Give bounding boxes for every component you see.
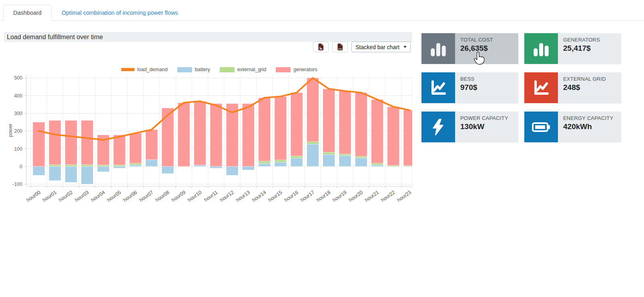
bar-segment-external_grid[interactable] xyxy=(355,156,367,158)
svg-text:300: 300 xyxy=(14,111,22,116)
bar-segment-external_grid[interactable] xyxy=(371,163,383,165)
bar-segment-battery[interactable] xyxy=(259,163,271,167)
svg-text:400: 400 xyxy=(14,93,22,99)
bar-segment-battery[interactable] xyxy=(97,166,109,171)
bar-segment-battery[interactable] xyxy=(291,158,303,167)
bar-segment-generators[interactable] xyxy=(49,120,61,165)
bar-segment-battery[interactable] xyxy=(242,166,254,170)
export-image-button[interactable] xyxy=(313,42,329,52)
legend-item-load_demand[interactable]: load_demand xyxy=(121,67,168,72)
bar-segment-external_grid[interactable] xyxy=(65,165,77,166)
svg-text:hour08: hour08 xyxy=(154,189,171,203)
bar-segment-generators[interactable] xyxy=(323,89,335,152)
stat-cards: TOTAL COST 26,635$ GENERATORS 25,417$ BE… xyxy=(421,33,621,142)
bar-segment-external_grid[interactable] xyxy=(130,163,142,165)
bar-segment-generators[interactable] xyxy=(242,104,254,166)
legend-item-external_grid[interactable]: external_grid xyxy=(220,67,266,72)
legend-label: load_demand xyxy=(137,67,168,72)
bar-segment-external_grid[interactable] xyxy=(339,154,351,155)
legend-swatch-generators xyxy=(276,67,291,72)
bar-segment-battery[interactable] xyxy=(113,166,125,168)
svg-text:csv: csv xyxy=(339,48,342,50)
card-generators[interactable]: GENERATORS 25,417$ xyxy=(524,33,621,64)
bar-segment-generators[interactable] xyxy=(355,93,367,156)
bar-segment-battery[interactable] xyxy=(371,165,383,167)
bar-segment-external_grid[interactable] xyxy=(291,156,303,158)
bar-segment-battery[interactable] xyxy=(194,165,206,167)
bar-segment-generators[interactable] xyxy=(162,108,174,166)
bar-segment-battery[interactable] xyxy=(49,166,61,180)
bar-segment-external_grid[interactable] xyxy=(323,152,335,155)
svg-text:hour02: hour02 xyxy=(58,189,74,203)
bar-segment-generators[interactable] xyxy=(403,110,412,165)
legend-label: external_grid xyxy=(237,67,266,72)
bar-segment-battery[interactable] xyxy=(65,166,77,182)
card-external-grid[interactable]: EXTERNAL GRID 248$ xyxy=(524,72,621,103)
bar-segment-battery[interactable] xyxy=(33,166,45,175)
legend-swatch-external_grid xyxy=(220,67,235,72)
bar-segment-generators[interactable] xyxy=(387,107,399,165)
svg-text:hour23: hour23 xyxy=(396,189,412,203)
bar-segment-external_grid[interactable] xyxy=(259,161,271,163)
bars-generators[interactable] xyxy=(33,78,412,167)
x-axis-labels: hour00hour01hour02hour03hour04hour05hour… xyxy=(26,189,412,203)
svg-text:hour10: hour10 xyxy=(187,189,203,203)
bar-segment-battery[interactable] xyxy=(307,144,319,167)
bar-segment-generators[interactable] xyxy=(33,122,45,167)
bar-segment-generators[interactable] xyxy=(339,91,351,154)
legend-item-generators[interactable]: generators xyxy=(276,67,317,72)
card-total-cost[interactable]: TOTAL COST 26,635$ xyxy=(421,33,518,64)
bar-segment-generators[interactable] xyxy=(130,133,142,163)
svg-text:hour13: hour13 xyxy=(235,189,251,203)
bar-segment-battery[interactable] xyxy=(226,166,238,175)
card-value: 420kWh xyxy=(563,122,621,131)
bar-segment-battery[interactable] xyxy=(323,155,335,167)
svg-text:hour20: hour20 xyxy=(348,189,364,203)
svg-text:hour19: hour19 xyxy=(332,189,348,203)
bar-segment-generators[interactable] xyxy=(194,101,206,165)
bar-segment-generators[interactable] xyxy=(291,93,303,156)
bar-segment-battery[interactable] xyxy=(81,166,93,184)
card-label: GENERATORS xyxy=(563,37,621,43)
bar-segment-external_grid[interactable] xyxy=(275,160,287,162)
bar-segment-generators[interactable] xyxy=(259,98,271,161)
tab-optimal-combination[interactable]: Optimal combination of incoming power fl… xyxy=(52,5,188,21)
bar-segment-battery[interactable] xyxy=(130,165,142,167)
bar-segment-generators[interactable] xyxy=(113,135,125,165)
svg-text:hour14: hour14 xyxy=(251,189,267,203)
bar-segment-generators[interactable] xyxy=(371,100,383,163)
card-label: EXTERNAL GRID xyxy=(563,76,621,82)
chart-type-selected-value: Stacked bar chart xyxy=(355,44,399,50)
svg-text:hour15: hour15 xyxy=(267,189,283,203)
export-csv-button[interactable]: csv xyxy=(332,42,348,52)
bar-segment-generators[interactable] xyxy=(65,120,77,165)
card-power-capacity[interactable]: POWER CAPACITY 130kW xyxy=(421,112,518,142)
legend-item-battery[interactable]: battery xyxy=(177,67,210,72)
bar-segment-external_grid[interactable] xyxy=(307,142,319,144)
bar-segment-external_grid[interactable] xyxy=(81,165,93,166)
card-value: 130kW xyxy=(460,122,518,131)
card-energy-capacity[interactable]: ENERGY CAPACITY 420kWh xyxy=(524,112,621,142)
bar-segment-battery[interactable] xyxy=(339,155,351,166)
bar-segment-external_grid[interactable] xyxy=(97,165,109,167)
bar-segment-generators[interactable] xyxy=(81,120,93,165)
bar-segment-generators[interactable] xyxy=(210,104,222,166)
legend-label: battery xyxy=(195,67,210,72)
bar-segment-battery[interactable] xyxy=(355,158,367,166)
bar-segment-battery[interactable] xyxy=(146,160,158,167)
bar-segment-battery[interactable] xyxy=(275,162,287,166)
chart-type-select[interactable]: Stacked bar chart xyxy=(351,42,411,52)
bar-segment-external_grid[interactable] xyxy=(49,165,61,166)
bar-segment-external_grid[interactable] xyxy=(113,165,125,167)
bar-segment-battery[interactable] xyxy=(210,166,222,168)
bar-segment-generators[interactable] xyxy=(275,96,287,160)
card-bess[interactable]: BESS 970$ xyxy=(421,72,518,103)
svg-text:hour21: hour21 xyxy=(364,189,380,203)
bar-segment-battery[interactable] xyxy=(162,166,174,173)
tab-dashboard[interactable]: Dashboard xyxy=(3,5,52,21)
file-image-icon xyxy=(318,44,324,50)
bar-segment-generators[interactable] xyxy=(146,130,158,159)
bar-segment-generators[interactable] xyxy=(307,78,319,142)
bar-segment-generators[interactable] xyxy=(178,103,190,166)
svg-text:hour12: hour12 xyxy=(219,189,235,203)
